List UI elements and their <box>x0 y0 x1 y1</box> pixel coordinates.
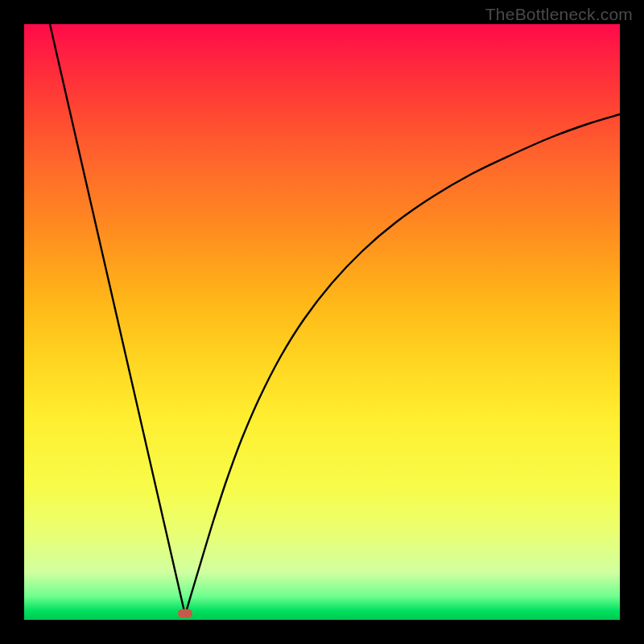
curve-svg <box>24 24 620 620</box>
minimum-marker <box>178 609 192 618</box>
curve-right-branch <box>185 114 620 615</box>
plot-area <box>24 24 620 620</box>
chart-frame: TheBottleneck.com <box>0 0 644 644</box>
curve-left-branch <box>50 24 185 615</box>
watermark-text: TheBottleneck.com <box>485 5 633 24</box>
